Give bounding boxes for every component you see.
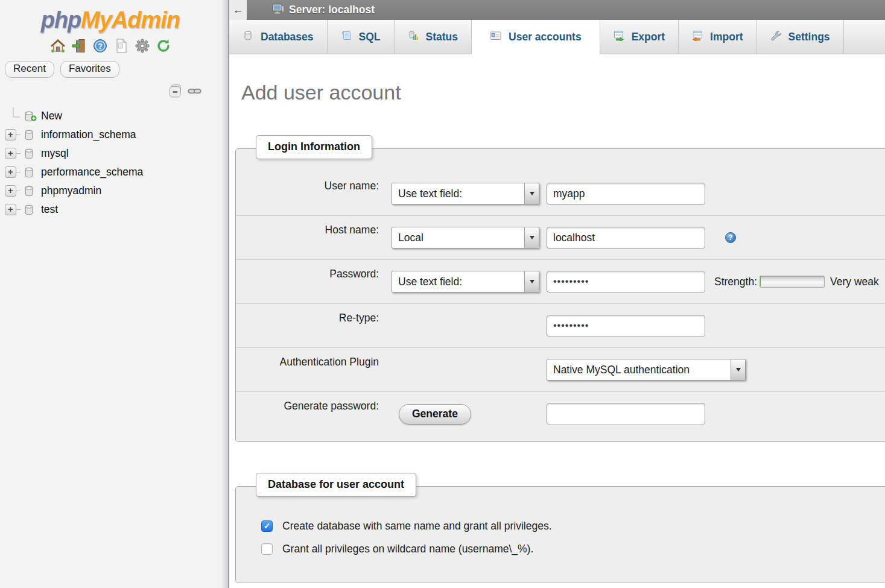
svg-text:?: ? xyxy=(98,42,103,51)
chevron-down-icon xyxy=(524,227,539,248)
server-icon xyxy=(272,4,285,17)
tree-item-phpmyadmin[interactable]: + phpmyadmin xyxy=(0,182,221,200)
tree-stub-line xyxy=(16,191,21,191)
chevron-down-icon xyxy=(731,359,745,380)
export-icon xyxy=(614,30,624,44)
retype-row: Re-type: xyxy=(236,304,885,348)
plus-badge-icon xyxy=(31,113,37,124)
create-database-option[interactable]: ✓ Create database with same name and gra… xyxy=(261,520,885,533)
username-row: User name: Use text field: xyxy=(236,172,885,216)
tree-item-label[interactable]: test xyxy=(41,203,58,216)
databases-icon xyxy=(243,30,253,44)
server-title-text: Server: localhost xyxy=(289,4,375,16)
page-title: Add user account xyxy=(241,81,885,104)
tree-item-label[interactable]: New xyxy=(41,110,62,122)
database-options: ✓ Create database with same name and gra… xyxy=(236,487,885,555)
chevron-down-icon xyxy=(524,183,539,204)
database-icon xyxy=(23,166,35,179)
sidebar-resize-handle[interactable] xyxy=(221,0,229,588)
tab-export[interactable]: Export xyxy=(600,20,679,54)
tree-stub-line xyxy=(16,172,21,172)
tree-item-label[interactable]: mysql xyxy=(41,147,69,160)
documentation-icon[interactable] xyxy=(113,37,130,54)
server-breadcrumb[interactable]: Server: localhost xyxy=(272,4,375,17)
favorite-tables-button[interactable]: Favorites xyxy=(60,61,119,78)
database-for-user-fieldset: Database for user account ✓ Create datab… xyxy=(235,486,885,583)
login-information-legend: Login Information xyxy=(256,135,372,159)
hostname-type-select[interactable]: Local xyxy=(392,227,539,248)
user-accounts-icon xyxy=(490,30,501,44)
auth-plugin-value: Native MySQL authentication xyxy=(547,364,731,376)
username-type-value: Use text field: xyxy=(392,188,524,200)
import-icon xyxy=(692,30,703,44)
collapse-all-button[interactable] xyxy=(168,84,183,98)
password-label: Password: xyxy=(236,260,379,280)
grant-wildcard-checkbox[interactable] xyxy=(261,543,273,555)
tree-item-label[interactable]: information_schema xyxy=(41,128,136,141)
hostname-input[interactable] xyxy=(547,227,705,249)
expand-icon[interactable]: + xyxy=(5,185,16,197)
tree-item-performance-schema[interactable]: + performance_schema xyxy=(0,163,221,182)
tree-item-test[interactable]: + test xyxy=(0,200,221,219)
auth-plugin-label: Authentication Plugin xyxy=(236,348,379,368)
tree-item-label[interactable]: phpmyadmin xyxy=(41,185,101,197)
link-panel-icon[interactable] xyxy=(188,87,201,95)
back-arrow-button[interactable]: ← xyxy=(229,0,247,20)
expand-icon[interactable]: + xyxy=(5,204,16,215)
generate-button[interactable]: Generate xyxy=(399,404,471,425)
recent-tables-button[interactable]: Recent xyxy=(5,61,54,78)
strength-meter xyxy=(760,276,825,288)
expand-icon[interactable]: + xyxy=(5,148,16,159)
tree-item-new-database[interactable]: New xyxy=(0,107,221,125)
grant-wildcard-label[interactable]: Grant all privileges on wildcard name (u… xyxy=(282,543,533,555)
tab-label: Settings xyxy=(788,31,830,43)
create-database-label[interactable]: Create database with same name and grant… xyxy=(282,520,552,533)
logo-myadmin-text: MyAdmin xyxy=(81,7,180,33)
tab-label: Databases xyxy=(261,31,314,43)
logo-php-text: php xyxy=(41,7,81,33)
logout-icon[interactable] xyxy=(71,37,87,54)
page-content: Add user account Login Information User … xyxy=(229,81,885,583)
tree-stub-line xyxy=(16,134,21,135)
status-icon xyxy=(408,30,419,44)
tab-label: Import xyxy=(710,31,743,43)
database-icon xyxy=(23,129,35,141)
tree-stub-line xyxy=(16,209,21,210)
tree-item-label[interactable]: performance_schema xyxy=(41,166,143,179)
hostname-row: Host name: Local ? xyxy=(236,216,885,260)
create-database-checkbox[interactable]: ✓ xyxy=(261,520,273,532)
tab-import[interactable]: Import xyxy=(679,20,757,54)
tab-databases[interactable]: Databases xyxy=(229,20,328,54)
hostname-help-icon[interactable]: ? xyxy=(725,232,736,243)
refresh-icon[interactable] xyxy=(155,37,172,54)
tab-settings[interactable]: Settings xyxy=(757,20,844,54)
expand-icon[interactable]: + xyxy=(5,166,16,178)
hostname-label: Host name: xyxy=(236,216,379,236)
tab-label: User accounts xyxy=(509,31,582,43)
retype-password-input[interactable] xyxy=(547,315,705,337)
password-type-select[interactable]: Use text field: xyxy=(392,271,539,292)
grant-wildcard-option[interactable]: Grant all privileges on wildcard name (u… xyxy=(261,543,885,555)
tree-stub-line xyxy=(16,153,21,154)
phpmyadmin-logo: phpMyAdmin xyxy=(0,7,221,33)
username-input[interactable] xyxy=(547,183,705,205)
tree-item-mysql[interactable]: + mysql xyxy=(0,144,221,163)
server-breadcrumb-bar: ← Server: localhost xyxy=(229,0,885,20)
username-type-select[interactable]: Use text field: xyxy=(392,183,539,204)
navigation-sidebar: phpMyAdmin ? Recent Favorites xyxy=(0,0,221,588)
tree-item-information-schema[interactable]: + information_schema xyxy=(0,125,221,144)
sidebar-icon-toolbar: ? xyxy=(0,37,221,54)
password-input[interactable] xyxy=(547,271,705,293)
expand-icon[interactable]: + xyxy=(5,129,16,141)
tab-status[interactable]: Status xyxy=(395,20,472,54)
tab-sql[interactable]: SQL xyxy=(328,20,395,54)
generated-password-input[interactable] xyxy=(547,403,705,425)
auth-plugin-row: Authentication Plugin Native MySQL authe… xyxy=(236,348,885,392)
settings-icon[interactable] xyxy=(134,37,151,54)
home-icon[interactable] xyxy=(49,37,66,54)
auth-plugin-select[interactable]: Native MySQL authentication xyxy=(547,359,746,381)
tab-user-accounts[interactable]: User accounts xyxy=(472,20,600,54)
database-for-user-legend: Database for user account xyxy=(256,473,416,497)
help-icon[interactable]: ? xyxy=(92,37,109,54)
quick-access-tabs: Recent Favorites xyxy=(5,61,221,78)
